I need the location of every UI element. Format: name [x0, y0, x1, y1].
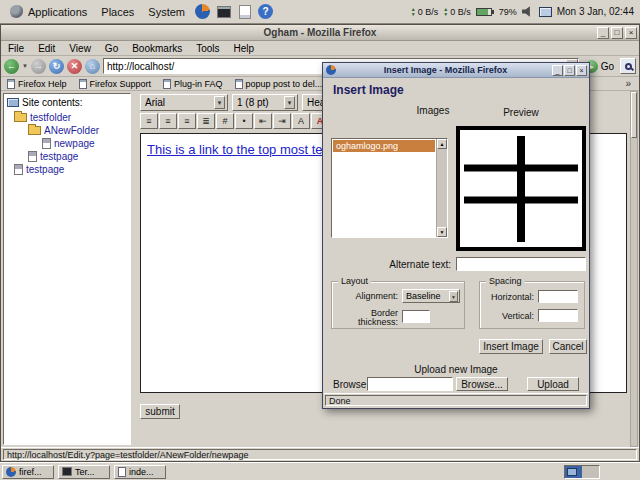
back-dropdown-icon[interactable]: ▼ [22, 63, 28, 69]
align-right-button[interactable]: ≡ [178, 113, 196, 129]
scrollbar-thumb[interactable] [631, 92, 637, 138]
alignment-label: Alignment: [334, 291, 398, 301]
menu-bookmarks[interactable]: Bookmarks [125, 42, 189, 55]
dialog-title: Insert Image - Mozilla Firefox [339, 65, 552, 75]
dialog-heading: Insert Image [333, 83, 404, 97]
font-family-select[interactable]: Arial ▼ [140, 94, 228, 111]
back-button[interactable]: ← [4, 59, 19, 74]
workspace-2[interactable] [582, 466, 599, 478]
sidebar-item-anewfolder[interactable]: ANewFolder [4, 124, 130, 137]
workspace-1[interactable] [565, 466, 582, 478]
list-item-selected[interactable]: oghamlogo.png [333, 140, 435, 152]
vertical-input[interactable] [538, 309, 578, 322]
dialog-maximize-button[interactable]: □ [564, 65, 575, 76]
editor-launcher[interactable] [236, 3, 253, 20]
cancel-button[interactable]: Cancel [549, 339, 587, 354]
upload-button[interactable]: Upload [527, 377, 579, 391]
bold-button[interactable]: A [292, 113, 310, 129]
network-monitor-2[interactable]: ▲▼ 0 B/s [443, 7, 470, 17]
menu-edit[interactable]: Edit [31, 42, 62, 55]
status-url: http://localhost/Edit.y?page=testfolder/… [3, 449, 637, 460]
taskbar-label: inde... [129, 467, 154, 477]
bookmarks-overflow-icon[interactable]: » [625, 78, 633, 89]
alternate-text-input[interactable] [456, 257, 586, 271]
sidebar-item-testpage[interactable]: testpage [4, 150, 130, 163]
window-titlebar[interactable]: Ogham - Mozilla Firefox _ □ × [1, 25, 639, 41]
dialog-titlebar[interactable]: Insert Image - Mozilla Firefox _ □ × [323, 63, 589, 78]
align-justify-button[interactable]: ≣ [197, 113, 215, 129]
align-left-button[interactable]: ≡ [140, 113, 158, 129]
volume-icon[interactable] [522, 6, 534, 17]
panel-menu-applications[interactable]: Applications [4, 3, 93, 20]
minimize-button[interactable]: _ [597, 27, 609, 39]
scroll-up-icon[interactable]: ▲ [437, 139, 447, 149]
sidebar-item-newpage[interactable]: newpage [4, 137, 130, 150]
window-scrollbar[interactable] [630, 91, 638, 447]
forward-button[interactable]: → [31, 59, 46, 74]
stop-button[interactable]: ✕ [67, 59, 82, 74]
firefox-launcher[interactable] [194, 3, 211, 20]
display-icon[interactable] [539, 7, 552, 17]
battery-icon[interactable] [476, 8, 492, 16]
menu-file[interactable]: File [1, 42, 31, 55]
dialog-minimize-button[interactable]: _ [552, 65, 563, 76]
scroll-down-icon[interactable]: ▼ [437, 227, 447, 237]
help-launcher[interactable]: ? [257, 3, 274, 20]
menu-bar: File Edit View Go Bookmarks Tools Help [1, 41, 639, 56]
bookmark-icon [7, 79, 15, 89]
menu-go[interactable]: Go [98, 42, 125, 55]
panel-menu-places[interactable]: Places [95, 4, 140, 20]
submit-row: submit [140, 401, 180, 419]
document-icon [118, 467, 126, 477]
insert-image-button[interactable]: Insert Image [479, 339, 543, 354]
layout-legend: Layout [338, 276, 371, 286]
horizontal-input[interactable] [538, 290, 578, 303]
sidebar-item-testpage-2[interactable]: testpage [4, 163, 130, 176]
bookmark-popup-post[interactable]: popup post to del... [235, 79, 323, 89]
bullet-list-button[interactable]: • [235, 113, 253, 129]
bookmark-firefox-help[interactable]: Firefox Help [7, 79, 67, 89]
menu-tools[interactable]: Tools [189, 42, 226, 55]
network-monitor-1[interactable]: ▲▼ 0 B/s [411, 7, 438, 17]
font-size-select[interactable]: 1 (8 pt) ▼ [232, 94, 298, 111]
tree-label: newpage [54, 138, 95, 149]
document-link[interactable]: This is a link to the top most testp [147, 142, 340, 157]
workspace-switcher[interactable] [564, 465, 600, 479]
align-center-button[interactable]: ≡ [159, 113, 177, 129]
image-file-list[interactable]: oghamlogo.png ▲ ▼ [331, 138, 448, 238]
terminal-launcher[interactable] [215, 3, 232, 20]
border-thickness-input[interactable] [402, 310, 430, 323]
taskbar-button-terminal[interactable]: Ter... [58, 465, 110, 479]
panel-menu-label: Applications [28, 6, 87, 18]
home-button[interactable]: ⌂ [85, 59, 100, 74]
taskbar-button-firefox[interactable]: firef... [2, 465, 54, 479]
alignment-select[interactable]: Baseline ▼ [402, 289, 460, 303]
dialog-close-button[interactable]: × [576, 65, 587, 76]
taskbar-button-index[interactable]: inde... [114, 465, 166, 479]
submit-button[interactable]: submit [140, 404, 180, 419]
menu-help[interactable]: Help [227, 42, 262, 55]
menu-view[interactable]: View [62, 42, 98, 55]
quick-search-button[interactable] [620, 58, 636, 74]
tree-label: ANewFolder [44, 125, 99, 136]
font-family-value: Arial [145, 97, 165, 108]
sidebar-item-testfolder[interactable]: testfolder [4, 111, 130, 124]
panel-menu-system[interactable]: System [142, 4, 191, 20]
reload-button[interactable]: ↻ [49, 59, 64, 74]
bookmark-plugin-faq[interactable]: Plug-in FAQ [163, 79, 223, 89]
numbered-list-button[interactable]: # [216, 113, 234, 129]
font-size-value: 1 (8 pt) [237, 97, 269, 108]
browse-button[interactable]: Browse... [456, 377, 508, 391]
outdent-button[interactable]: ⇤ [254, 113, 272, 129]
terminal-icon [62, 467, 72, 476]
clock[interactable]: Mon 3 Jan, 02:44 [557, 6, 634, 17]
maximize-button[interactable]: □ [611, 27, 623, 39]
bookmark-firefox-support[interactable]: Firefox Support [79, 79, 152, 89]
layout-group: Layout Alignment: Baseline ▼ Border thic… [331, 281, 465, 329]
close-button[interactable]: × [625, 27, 637, 39]
upload-heading: Upload new Image [323, 364, 589, 375]
upload-file-input[interactable] [367, 377, 453, 391]
indent-button[interactable]: ⇥ [273, 113, 291, 129]
page-icon [28, 151, 37, 162]
list-scrollbar[interactable]: ▲ ▼ [436, 139, 447, 237]
